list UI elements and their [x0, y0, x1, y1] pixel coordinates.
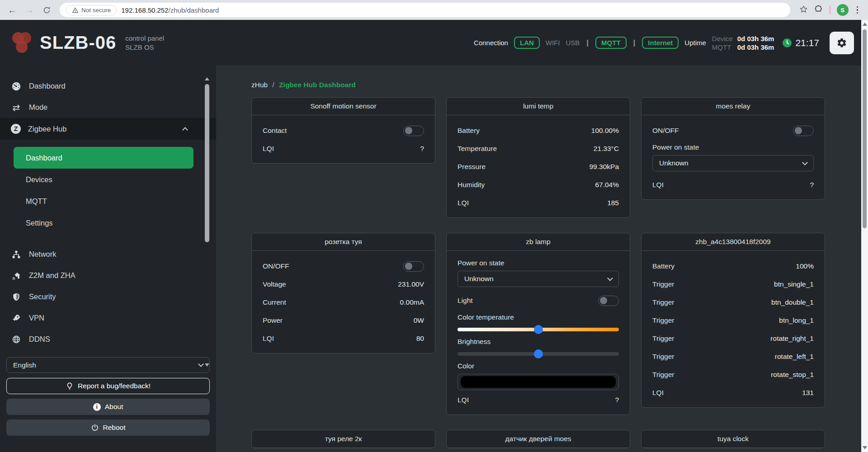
sidebar-item-label: Dashboard [29, 82, 66, 90]
breadcrumb-root[interactable]: zHub [251, 81, 268, 89]
sidebar-item-network[interactable]: Network [0, 244, 216, 265]
card-title: туя реле 2к [252, 430, 435, 448]
info-icon: i [93, 403, 101, 411]
reload-icon[interactable] [39, 2, 54, 18]
chevron-down-icon [198, 361, 204, 367]
browser-menu-icon[interactable] [855, 5, 860, 16]
usb-label: USB [566, 39, 580, 47]
sidebar: Dashboard ⇄ Mode Z Zigbee Hub Dashboard [0, 66, 216, 452]
sidebar-subitem-mqtt[interactable]: MQTT [14, 190, 193, 212]
swap-arrows-icon: ⇄ [11, 102, 22, 113]
slider-thumb[interactable] [534, 349, 543, 358]
internet-badge: Internet [642, 37, 679, 49]
card-zhb-remote: zhb_a4c13800418f2009 Battery100% Trigger… [641, 233, 825, 408]
gear-icon [836, 38, 847, 48]
card-title: lumi temp [447, 98, 630, 115]
extensions-icon[interactable] [814, 5, 823, 15]
shield-icon [11, 292, 22, 301]
card-title: tuya clock [642, 430, 825, 448]
wifi-label: WIFI [546, 39, 560, 47]
sidebar-item-security[interactable]: Security [0, 286, 216, 307]
card-tuya-relay-2k: туя реле 2к [251, 430, 435, 448]
scroll-up-icon[interactable] [863, 23, 867, 26]
clock-icon [783, 38, 792, 47]
main-content: zHub / Zigbee Hub Dashboard Sonoff motio… [216, 66, 861, 452]
color-temperature-slider[interactable] [458, 325, 619, 334]
clock-time: 21:17 [795, 38, 819, 48]
card-title: zhb_a4c13800418f2009 [642, 233, 825, 251]
card-sonoff-motion-sensor: Sonoff motion sensor Contact LQI ? [251, 97, 435, 164]
sidebar-item-dashboard[interactable]: Dashboard [0, 75, 216, 97]
card-tuya-clock: tuya clock [641, 430, 825, 448]
zigbee-icon: Z [11, 124, 21, 134]
bookmark-star-icon[interactable] [799, 5, 808, 15]
breadcrumb-current: Zigbee Hub Dashboard [279, 81, 356, 89]
reboot-button[interactable]: Reboot [6, 419, 210, 436]
page: ← → Not secure 192.168.50.252/zhub/dashb… [0, 0, 868, 452]
sidebar-item-ddns[interactable]: DDNS [0, 329, 216, 350]
contact-toggle[interactable] [403, 126, 424, 136]
chevron-down-icon [607, 275, 613, 281]
color-picker-input[interactable] [458, 374, 619, 390]
sidebar-item-label: Zigbee Hub [28, 125, 66, 133]
sidebar-item-zigbee-hub[interactable]: Z Zigbee Hub [0, 118, 216, 140]
power-icon [91, 424, 99, 432]
rocket-icon [11, 314, 22, 323]
zigbee-submenu: Dashboard Devices MQTT Settings [0, 147, 216, 234]
card-title: розетка туя [252, 233, 435, 251]
sidebar-subitem-dashboard[interactable]: Dashboard [14, 147, 193, 169]
report-bug-button[interactable]: Report a bug/feedback! [6, 378, 210, 394]
scroll-up-icon[interactable] [205, 77, 209, 80]
url-text[interactable]: 192.168.50.252/zhub/dashboard [121, 6, 219, 14]
slider-thumb[interactable] [534, 325, 543, 334]
card-title: Sonoff motion sensor [252, 98, 435, 115]
card-title: датчик дверей moes [447, 430, 630, 448]
lan-badge: LAN [514, 37, 540, 49]
card-title: moes relay [642, 98, 825, 115]
onoff-toggle[interactable] [793, 126, 814, 136]
toolbar-divider [830, 5, 830, 14]
app-subtitle: control panel SLZB OS [125, 34, 164, 52]
settings-gear-button[interactable] [830, 32, 854, 54]
about-button[interactable]: i About [6, 399, 210, 415]
language-select[interactable]: English [6, 357, 210, 373]
sidebar-scrollbar[interactable] [204, 77, 210, 367]
power-on-state-select[interactable]: Unknown [458, 271, 619, 287]
not-secure-chip[interactable]: Not secure [66, 5, 117, 15]
light-toggle[interactable] [598, 296, 619, 306]
card-moes-door-sensor: датчик дверей moes [446, 430, 630, 448]
sidebar-item-vpn[interactable]: VPN [0, 307, 216, 329]
sidebar-subitem-devices[interactable]: Devices [14, 169, 193, 190]
gauge-icon [11, 81, 22, 91]
status-bar: Connection LAN WIFI USB | MQTT | Interne… [474, 32, 854, 54]
warning-icon [72, 7, 79, 14]
device-cards-grid: Sonoff motion sensor Contact LQI ? [251, 97, 826, 448]
sitemap-icon [11, 250, 22, 259]
scroll-down-icon[interactable] [863, 446, 867, 449]
lqi-value: ? [810, 181, 814, 189]
sidebar-subitem-settings[interactable]: Settings [14, 212, 193, 234]
lightbulb-icon [66, 382, 74, 390]
scrollbar-thumb[interactable] [863, 29, 867, 228]
onoff-toggle[interactable] [403, 261, 424, 272]
address-bar[interactable]: Not secure 192.168.50.252/zhub/dashboard [60, 3, 790, 17]
forward-icon[interactable]: → [22, 2, 37, 18]
profile-avatar[interactable]: S [837, 4, 849, 16]
page-scrollbar[interactable] [861, 20, 868, 452]
slzb-logo [11, 31, 33, 55]
brightness-slider[interactable] [458, 349, 619, 358]
sidebar-item-mode[interactable]: ⇄ Mode [0, 97, 216, 118]
sidebar-item-z2m-zha[interactable]: Z2M and ZHA [0, 265, 216, 286]
home-signal-icon [11, 271, 22, 280]
uptime-label: Uptime [684, 39, 706, 47]
back-icon[interactable]: ← [5, 2, 20, 18]
globe-icon [11, 335, 22, 344]
card-moes-relay: moes relay ON/OFF Power on state Unknown [641, 97, 825, 200]
scrollbar-thumb[interactable] [205, 84, 209, 242]
card-lumi-temp: lumi temp Battery100.00% Temperature21.3… [446, 97, 630, 218]
lqi-value: ? [420, 145, 424, 153]
security-label: Not secure [81, 7, 111, 14]
sidebar-item-label: Mode [29, 103, 47, 112]
card-title: zb lamp [447, 233, 630, 251]
power-on-state-select[interactable]: Unknown [652, 155, 814, 171]
